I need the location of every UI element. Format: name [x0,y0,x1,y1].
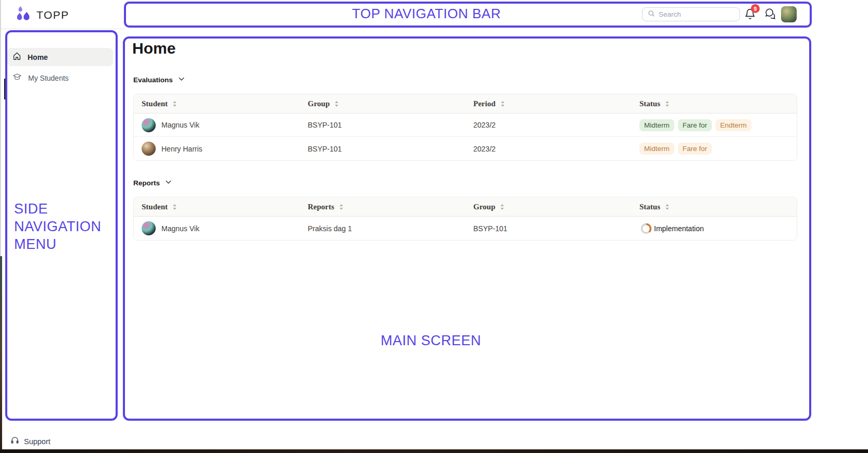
column-header-status[interactable]: Status [639,197,797,216]
table-cell: BSYP-101 [308,114,473,136]
table-header-row: StudentReportsGroupStatus [134,197,797,217]
table-body: Magnus VikBSYP-1012023/2MidtermFare forE… [134,114,797,160]
table-cell: BSYP-101 [473,217,639,240]
status-badge: Midterm [639,143,674,155]
user-avatar[interactable] [781,6,797,22]
column-header-label: Status [639,99,660,108]
notification-count-badge: 9 [751,4,760,13]
window-edge-strip [0,0,1,256]
report-status-label: Implementation [654,224,704,233]
column-header-group[interactable]: Group [308,94,473,113]
progress-ring-icon [639,222,653,235]
reports-section-toggle[interactable]: Reports [133,178,172,188]
column-header-label: Group [308,99,330,108]
student-avatar [142,118,156,132]
column-header-label: Student [142,203,168,211]
sidebar-item-home[interactable]: Home [7,48,113,66]
column-header-reports[interactable]: Reports [308,197,473,216]
side-navigation-menu: Home My Students Support [0,29,121,449]
table-cell: Implementation [639,217,797,240]
evaluations-table: StudentGroupPeriodStatus Magnus VikBSYP-… [133,94,797,161]
search-icon [648,10,655,19]
sidebar-item-my-students[interactable]: My Students [7,69,113,87]
table-cell: 2023/2 [473,114,639,136]
sort-icon [499,100,506,107]
student-cell: Henry Harris [142,142,203,156]
student-name: Magnus Vik [161,224,199,233]
brand[interactable]: TOPP [16,6,69,24]
section-label: Evaluations [133,76,173,84]
sort-icon [333,100,340,107]
chat-bubbles-icon [763,8,777,21]
column-header-label: Period [473,99,496,108]
brand-name: TOPP [36,9,69,21]
sort-icon [338,204,345,210]
column-header-label: Reports [308,203,334,211]
home-icon [12,52,21,62]
desktop-edge-strip-left [0,256,2,453]
support-label: Support [24,437,51,446]
column-header-label: Status [639,203,660,211]
annotation-main-label: MAIN SCREEN [381,333,481,349]
student-avatar [142,221,156,235]
search-box[interactable] [642,7,740,21]
top-navigation-bar: TOPP 9 [0,0,868,29]
sidebar-item-label: My Students [28,74,69,82]
edge-caret-mark [4,79,6,99]
table-cell: MidtermFare for [639,137,797,160]
table-body: Magnus VikPraksis dag 1BSYP-101Implement… [134,217,797,240]
status-badges: MidtermFare forEndterm [639,119,751,131]
chevron-down-icon [165,178,172,188]
messages-button[interactable] [763,8,777,21]
sort-icon [664,100,671,107]
evaluations-section-toggle[interactable]: Evaluations [133,75,185,85]
table-row[interactable]: Magnus VikPraksis dag 1BSYP-101Implement… [134,217,797,240]
student-cell: Magnus Vik [142,221,199,235]
sidebar-item-label: Home [28,53,48,61]
table-row[interactable]: Henry HarrisBSYP-1012023/2MidtermFare fo… [134,137,797,160]
notifications-button[interactable]: 9 [744,8,759,22]
status-badge: Endterm [715,119,751,131]
reports-table: StudentReportsGroupStatus Magnus VikPrak… [133,197,797,241]
student-cell: Magnus Vik [142,118,199,132]
search-input[interactable] [659,10,726,18]
table-cell: Magnus Vik [142,114,308,136]
sort-icon [171,204,178,210]
table-cell: Henry Harris [142,137,308,160]
table-cell: Magnus Vik [142,217,308,240]
sort-icon [171,100,178,107]
desktop-edge-strip-bottom [0,449,868,453]
table-cell: Praksis dag 1 [308,217,473,240]
column-header-status[interactable]: Status [639,94,797,113]
chevron-down-icon [178,75,185,85]
student-name: Henry Harris [161,145,203,153]
column-header-label: Student [142,99,168,108]
topp-logo-icon [16,6,31,24]
student-name: Magnus Vik [161,121,199,129]
status-badges: MidtermFare for [639,143,712,155]
status-badge: Fare for [678,119,712,131]
table-cell: 2023/2 [473,137,639,160]
table-header-row: StudentGroupPeriodStatus [134,94,797,114]
column-header-group[interactable]: Group [473,197,639,216]
app-screen: TOPP 9 [0,0,868,453]
table-cell: MidtermFare forEndterm [639,114,797,136]
support-button[interactable]: Support [10,436,51,447]
student-avatar [142,142,156,156]
status-badge: Fare for [678,143,712,155]
headphones-icon [10,436,19,447]
table-row[interactable]: Magnus VikBSYP-1012023/2MidtermFare forE… [134,114,797,137]
column-header-label: Group [473,203,495,211]
sort-icon [499,204,506,210]
report-status: Implementation [639,222,704,235]
table-cell: BSYP-101 [308,137,473,160]
sort-icon [664,204,671,210]
column-header-period[interactable]: Period [473,94,639,113]
section-label: Reports [133,179,160,187]
status-badge: Midterm [639,119,674,131]
column-header-student[interactable]: Student [142,197,308,216]
page-title: Home [132,40,175,57]
graduation-cap-icon [12,72,22,83]
column-header-student[interactable]: Student [142,94,308,113]
